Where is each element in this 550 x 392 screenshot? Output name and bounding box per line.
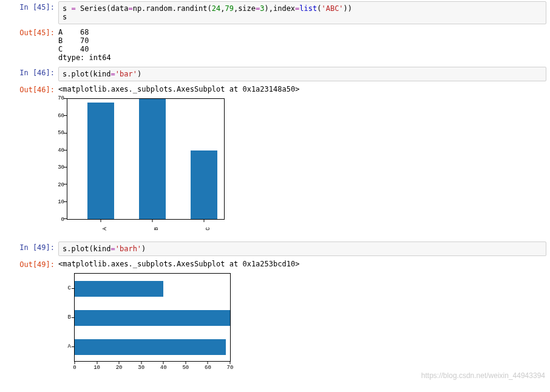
bar-A (75, 339, 226, 355)
input-prompt: In [49]: (0, 242, 58, 252)
code-cell-49: In [49]: s.plot(kind='barh') (0, 240, 550, 257)
code-input[interactable]: s.plot(kind='barh') (58, 242, 546, 256)
bar-chart: 0 10 20 30 40 50 60 70 (67, 98, 225, 235)
xtick-label: B (154, 227, 160, 230)
output-prompt: Out[46]: (0, 84, 58, 94)
repr-output: <matplotlib.axes._subplots.AxesSubplot a… (58, 259, 546, 271)
ytick-label: 20 (58, 182, 64, 188)
xtick-label: 50 (182, 365, 189, 371)
output-prompt: Out[45]: (0, 27, 58, 37)
code-cell-46: In [46]: s.plot(kind='bar') (0, 66, 550, 83)
xtick-label: 60 (205, 365, 211, 371)
code-input[interactable]: s = Series(data=np.random.randint(24,79,… (58, 1, 546, 24)
ytick-label: 10 (58, 199, 64, 205)
bar-A (87, 103, 114, 219)
code-input[interactable]: s.plot(kind='bar') (58, 67, 546, 81)
text-output: A 68 B 70 C 40 dtype: int64 (58, 27, 546, 64)
code-cell-45: In [45]: s = Series(data=np.random.randi… (0, 0, 550, 25)
xtick-label: 30 (138, 365, 144, 371)
ytick-label: A (68, 343, 71, 350)
plot-area: A B C 0 10 20 (74, 273, 231, 362)
plot-area: A B C (67, 98, 225, 220)
xtick-label: 0 (73, 365, 76, 371)
ytick-label: 30 (58, 164, 64, 171)
xtick-label: 70 (227, 365, 234, 371)
repr-output: <matplotlib.axes._subplots.AxesSubplot a… (58, 84, 546, 96)
bar-C (75, 281, 163, 297)
ytick-label: 0 (61, 217, 64, 223)
xtick-label: 10 (93, 365, 100, 371)
output-cell-46: Out[46]: <matplotlib.axes._subplots.Axes… (0, 83, 550, 240)
input-prompt: In [46]: (0, 67, 58, 77)
xtick-label: C (205, 227, 211, 230)
input-prompt: In [45]: (0, 1, 58, 12)
xtick-label: 40 (160, 365, 167, 371)
barh-chart: A B C 0 10 20 (74, 273, 231, 374)
notebook-container: In [45]: s = Series(data=np.random.randi… (0, 0, 550, 382)
bar-B (139, 99, 166, 219)
xtick-label: 20 (116, 365, 123, 371)
output-cell-45: Out[45]: A 68 B 70 C 40 dtype: int64 (0, 25, 550, 66)
ytick-label: C (68, 285, 71, 291)
output-prompt: Out[49]: (0, 259, 58, 269)
output-cell-49: Out[49]: <matplotlib.axes._subplots.Axes… (0, 257, 550, 377)
xtick-label: A (102, 227, 108, 230)
bar-B (75, 310, 230, 326)
bar-C (191, 150, 217, 219)
ytick-label: B (68, 314, 71, 320)
